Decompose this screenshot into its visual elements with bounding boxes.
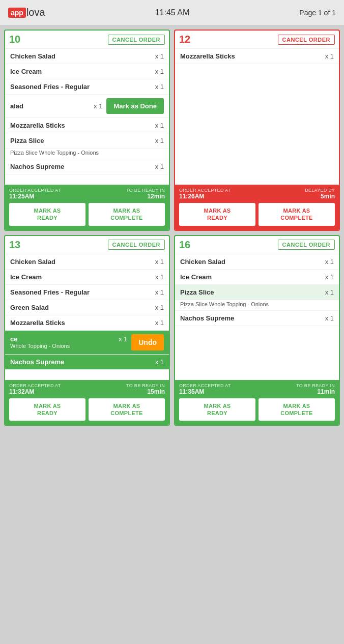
- ready-value: 12min: [147, 193, 165, 200]
- order-10-ready-info: TO BE READY IN 12min: [126, 188, 165, 200]
- order-12-header: 12 CANCEL ORDER: [175, 31, 339, 49]
- order-12-footer-info: ORDER ACCEPTED AT 11:26AM DELAYED BY 5mi…: [179, 188, 335, 200]
- mark-complete-button[interactable]: MARK ASCOMPLETE: [89, 203, 165, 226]
- order-13-footer: ORDER ACCEPTED AT 11:32AM TO BE READY IN…: [5, 380, 169, 425]
- item-qty: x 1: [94, 102, 102, 110]
- item-name: Mozzarella Sticks: [10, 122, 151, 129]
- order-12-items: Mozzarella Sticks x 1: [175, 49, 339, 117]
- item-qty: x 1: [325, 258, 334, 266]
- ready-label: TO BE READY IN: [126, 383, 165, 388]
- item-qty: x 1: [119, 335, 127, 343]
- item-qty: x 1: [155, 52, 164, 60]
- item-name: Pizza Slice: [10, 137, 151, 144]
- order-13-cancel-btn[interactable]: CANCEL ORDER: [108, 240, 165, 250]
- delayed-value: 5min: [321, 193, 335, 200]
- order-16-item-4: Nachos Supreme x 1: [175, 311, 339, 326]
- order-13-footer-buttons: MARK ASREADY MARK ASCOMPLETE: [9, 398, 165, 421]
- order-16-accepted-info: ORDER ACCEPTED AT 11:35AM: [179, 383, 231, 395]
- order-13-footer-info: ORDER ACCEPTED AT 11:32AM TO BE READY IN…: [9, 383, 165, 395]
- order-16-cancel-btn[interactable]: CANCEL ORDER: [278, 240, 335, 250]
- order-card-12: 12 CANCEL ORDER Mozzarella Sticks x 1 OR…: [174, 30, 340, 231]
- order-12-item-1: Mozzarella Sticks x 1: [175, 49, 339, 64]
- accepted-label: ORDER ACCEPTED AT: [179, 188, 231, 193]
- ready-value: 15min: [147, 388, 165, 395]
- item-name: Green Salad: [10, 304, 151, 311]
- mark-complete-button[interactable]: MARK ASCOMPLETE: [259, 203, 335, 226]
- order-16-item-1: Chicken Salad x 1: [175, 254, 339, 270]
- mark-complete-button[interactable]: MARK ASCOMPLETE: [89, 398, 165, 421]
- order-16-item-2: Ice Cream x 1: [175, 270, 339, 285]
- item-name: Nachos Supreme: [10, 163, 151, 170]
- item-name: ce: [10, 335, 114, 343]
- item-qty: x 1: [325, 273, 334, 281]
- logo-app-text: app: [8, 8, 26, 18]
- order-16-footer-info: ORDER ACCEPTED AT 11:35AM TO BE READY IN…: [179, 383, 335, 395]
- order-13-header: 13 CANCEL ORDER: [5, 236, 169, 254]
- order-12-footer: ORDER ACCEPTED AT 11:26AM DELAYED BY 5mi…: [175, 185, 339, 230]
- accepted-time: 11:26AM: [179, 193, 231, 200]
- order-13-accepted-info: ORDER ACCEPTED AT 11:32AM: [9, 383, 61, 395]
- order-10-item-3: Seasoned Fries - Regular x 1: [5, 79, 169, 95]
- mark-done-button[interactable]: Mark as Done: [106, 98, 164, 114]
- ready-label: TO BE READY IN: [126, 188, 165, 193]
- order-12-cancel-btn[interactable]: CANCEL ORDER: [278, 35, 335, 45]
- mark-ready-button[interactable]: MARK ASREADY: [179, 203, 255, 226]
- order-10-item-4: alad x 1 Mark as Done: [5, 95, 169, 118]
- item-qty: x 1: [155, 288, 164, 296]
- header-page: Page 1 of 1: [299, 9, 336, 17]
- item-name: alad: [10, 102, 90, 110]
- order-16-number: 16: [179, 239, 190, 251]
- item-name: Mozzarella Sticks: [10, 319, 151, 327]
- order-13-item-3: Seasoned Fries - Regular x 1: [5, 285, 169, 300]
- accepted-label: ORDER ACCEPTED AT: [179, 383, 231, 388]
- mark-ready-button[interactable]: MARK ASREADY: [179, 398, 255, 421]
- item-qty: x 1: [155, 273, 164, 281]
- item-qty: x 1: [325, 314, 334, 322]
- item-qty: x 1: [155, 258, 164, 266]
- order-10-cancel-btn[interactable]: CANCEL ORDER: [108, 35, 165, 45]
- item-name: Ice Cream: [10, 273, 151, 281]
- order-16-item-3: Pizza Slice x 1: [175, 285, 339, 300]
- order-13-item-1: Chicken Salad x 1: [5, 254, 169, 270]
- header-time: 11:45 AM: [155, 8, 190, 17]
- ready-label: TO BE READY IN: [296, 383, 335, 388]
- order-10-accepted-info: ORDER ACCEPTED AT 11:25AM: [9, 188, 61, 200]
- order-13-ready-info: TO BE READY IN 15min: [126, 383, 165, 395]
- mark-ready-button[interactable]: MARK ASREADY: [9, 398, 85, 421]
- order-10-item-6: Pizza Slice x 1: [5, 133, 169, 149]
- order-10-items: Chicken Salad x 1 Ice Cream x 1 Seasoned…: [5, 49, 169, 174]
- order-10-item-6-modifier: Pizza Slice Whole Topping - Onions: [5, 149, 169, 159]
- item-qty: x 1: [155, 358, 164, 366]
- item-qty: x 1: [155, 319, 164, 327]
- item-modifier: Whole Topping - Onions: [10, 343, 127, 349]
- accepted-label: ORDER ACCEPTED AT: [9, 188, 61, 193]
- order-10-footer-info: ORDER ACCEPTED AT 11:25AM TO BE READY IN…: [9, 188, 165, 200]
- order-10-footer: ORDER ACCEPTED AT 11:25AM TO BE READY IN…: [5, 185, 169, 230]
- item-name: Ice Cream: [10, 68, 151, 75]
- item-qty: x 1: [325, 288, 334, 296]
- order-12-footer-buttons: MARK ASREADY MARK ASCOMPLETE: [179, 203, 335, 226]
- item-qty: x 1: [325, 52, 334, 60]
- item-qty: x 1: [155, 137, 164, 144]
- order-10-item-7: Nachos Supreme x 1: [5, 159, 169, 174]
- order-13-item-5: Mozzarella Sticks x 1: [5, 315, 169, 331]
- order-12-accepted-info: ORDER ACCEPTED AT 11:26AM: [179, 188, 231, 200]
- mark-complete-button[interactable]: MARK ASCOMPLETE: [259, 398, 335, 421]
- item-name: Nachos Supreme: [10, 358, 151, 366]
- item-name: Seasoned Fries - Regular: [10, 288, 151, 296]
- mark-ready-button[interactable]: MARK ASREADY: [9, 203, 85, 226]
- undo-button[interactable]: Undo: [131, 334, 164, 350]
- order-16-header: 16 CANCEL ORDER: [175, 236, 339, 254]
- order-card-10: 10 CANCEL ORDER Chicken Salad x 1 Ice Cr…: [4, 30, 170, 231]
- order-16-ready-info: TO BE READY IN 11min: [296, 383, 335, 395]
- app-header: applova 11:45 AM Page 1 of 1: [0, 0, 344, 25]
- order-16-items: Chicken Salad x 1 Ice Cream x 1 Pizza Sl…: [175, 254, 339, 326]
- order-12-number: 12: [179, 34, 190, 45]
- order-12-delayed-info: DELAYED BY 5min: [305, 188, 335, 200]
- order-10-number: 10: [9, 34, 20, 45]
- item-qty: x 1: [155, 83, 164, 91]
- item-name: Chicken Salad: [180, 258, 321, 266]
- accepted-time: 11:32AM: [9, 388, 61, 395]
- order-13-item-2: Ice Cream x 1: [5, 270, 169, 285]
- order-13-item-7: Nachos Supreme x 1: [5, 355, 169, 370]
